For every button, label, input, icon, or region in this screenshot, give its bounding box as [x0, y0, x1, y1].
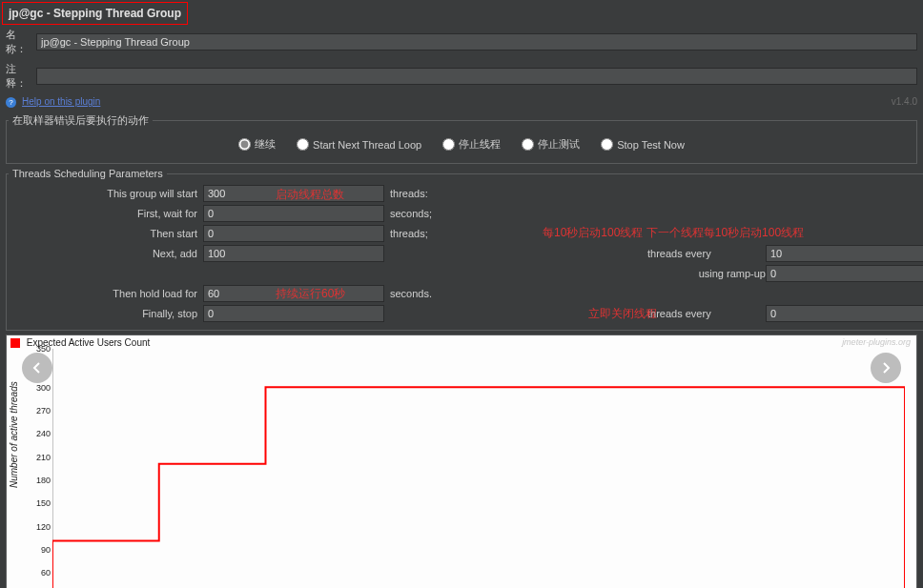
chart-ytick: 90: [35, 545, 51, 555]
comment-input[interactable]: [36, 68, 917, 85]
input-hold[interactable]: [203, 285, 384, 302]
radio-stop-thread[interactable]: 停止线程: [442, 137, 501, 152]
radio-stop-test-label: 停止测试: [538, 137, 580, 152]
radio-stop-now[interactable]: Stop Test Now: [601, 138, 685, 151]
lbl-threads-colon: threads:: [384, 188, 594, 199]
legend-swatch-icon: [10, 338, 20, 348]
chart-ytick: 270: [35, 406, 51, 416]
comment-label: 注释：: [6, 62, 31, 91]
input-next-add[interactable]: [203, 245, 384, 262]
chart-legend: Expected Active Users Count: [10, 337, 150, 348]
chart-panel: Expected Active Users Count jmeter-plugi…: [6, 335, 917, 588]
lbl-seconds-dot-2: seconds.: [384, 288, 594, 299]
radio-stop-thread-label: 停止线程: [459, 137, 501, 152]
help-link[interactable]: Help on this plugin: [22, 96, 100, 107]
radio-continue-label: 继续: [255, 137, 276, 152]
help-icon: ?: [6, 97, 16, 108]
lbl-threads-every-2: threads every: [642, 308, 766, 319]
lbl-seconds-semi-1: seconds;: [384, 208, 594, 219]
radio-start-next-label: Start Next Thread Loop: [313, 139, 421, 151]
input-then-start[interactable]: [203, 225, 384, 242]
scheduling-legend: Threads Scheduling Parameters: [9, 168, 167, 179]
chart-ytick: 180: [35, 476, 51, 485]
scheduling-group: Threads Scheduling Parameters This group…: [6, 168, 923, 331]
sampler-error-legend: 在取样器错误后要执行的动作: [9, 113, 153, 128]
lbl-finally-stop: Finally, stop: [12, 308, 203, 319]
lbl-using-rampup: using ramp-up: [642, 268, 766, 279]
chart-ytick: 150: [35, 498, 51, 508]
chart-ytick: 300: [35, 383, 51, 393]
chart-ytick: 240: [35, 429, 51, 438]
lbl-threads-every-1: threads every: [642, 248, 766, 259]
chevron-left-icon: [31, 362, 43, 374]
radio-stop-test[interactable]: 停止测试: [522, 137, 580, 152]
input-rampup[interactable]: [766, 265, 923, 282]
name-input[interactable]: [36, 33, 917, 51]
input-first-wait[interactable]: [203, 205, 384, 222]
sampler-error-group: 在取样器错误后要执行的动作 继续 Start Next Thread Loop …: [6, 113, 917, 164]
chart-watermark: jmeter-plugins.org: [842, 337, 911, 347]
name-label: 名称：: [6, 28, 31, 56]
input-stop[interactable]: [203, 305, 384, 322]
lbl-then-hold: Then hold load for: [12, 288, 203, 299]
chart-ylabel: Number of active threads: [9, 381, 19, 488]
chart-ytick: 350: [35, 344, 51, 354]
radio-start-next[interactable]: Start Next Thread Loop: [297, 138, 421, 151]
input-add-every[interactable]: [766, 245, 923, 262]
input-total-threads[interactable]: [203, 185, 384, 202]
chart-ytick: 60: [35, 568, 51, 578]
lbl-group-start: This group will start: [12, 188, 203, 199]
lbl-threads-semi: threads;: [384, 228, 594, 239]
chart-svg: [52, 349, 905, 588]
chart-prev-button[interactable]: [22, 353, 52, 383]
panel-title: jp@gc - Stepping Thread Group: [2, 2, 188, 25]
plugin-version: v1.4.0: [892, 96, 917, 107]
chart-plot-area: [52, 349, 905, 588]
input-stop-every[interactable]: [766, 305, 923, 322]
chart-ytick: 120: [35, 522, 51, 532]
lbl-first-wait: First, wait for: [12, 208, 203, 219]
lbl-next-add: Next, add: [12, 248, 203, 259]
chart-ytick: 210: [35, 453, 51, 462]
radio-continue[interactable]: 继续: [238, 137, 276, 152]
radio-stop-now-label: Stop Test Now: [617, 139, 685, 151]
lbl-then-start: Then start: [12, 228, 203, 239]
